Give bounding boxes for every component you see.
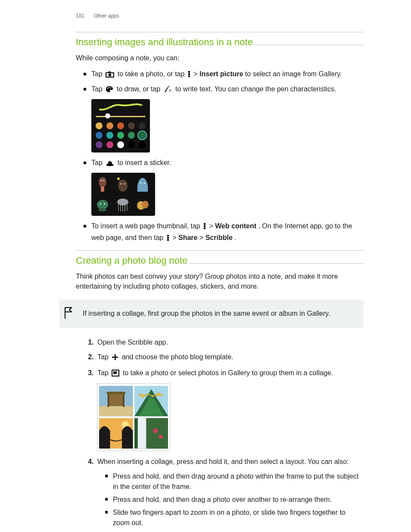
list-item: Tap to insert a sticker. [91, 158, 364, 216]
section-name: Other apps [93, 13, 119, 19]
menu-path-share: Share [178, 234, 197, 241]
svg-point-2 [109, 74, 111, 76]
svg-rect-42 [112, 357, 118, 358]
sticker-thumb [95, 196, 110, 212]
svg-point-59 [153, 428, 158, 433]
color-swatch [117, 141, 124, 148]
svg-rect-35 [204, 225, 206, 227]
dotted-fill [255, 45, 364, 45]
svg-rect-47 [99, 406, 133, 416]
svg-point-18 [120, 184, 121, 185]
svg-rect-4 [188, 71, 190, 73]
svg-rect-50 [108, 394, 109, 407]
svg-point-23 [100, 203, 101, 205]
bullet-list: Tap to take a photo, or tap > Insert pic… [76, 69, 364, 244]
step-item: Open the Scribble app. [96, 337, 364, 348]
svg-rect-39 [167, 239, 169, 241]
svg-point-8 [109, 87, 110, 88]
brush-size-slider [95, 113, 146, 119]
color-swatch [128, 132, 135, 139]
ordered-steps: Open the Scribble app. Tap and choose th… [76, 337, 364, 532]
svg-rect-57 [137, 418, 146, 448]
flag-icon [63, 306, 75, 321]
svg-rect-34 [204, 223, 206, 225]
svg-point-60 [158, 435, 162, 439]
svg-point-12 [99, 177, 106, 187]
collage-thumb [99, 386, 133, 417]
svg-rect-3 [108, 72, 111, 73]
sticker-thumb [95, 176, 110, 193]
sub-bullet-list: Press and hold, and then drag around a p… [97, 471, 364, 532]
callout-text: If inserting a collage, first group the … [83, 310, 356, 317]
svg-point-14 [101, 180, 102, 181]
collage-thumb [99, 418, 133, 449]
camera-icon [106, 70, 114, 81]
svg-rect-38 [167, 237, 169, 239]
color-swatch [139, 132, 146, 139]
svg-point-26 [117, 199, 128, 205]
list-item: Tap another layout to change the current… [113, 531, 364, 532]
more-vert-icon [167, 234, 169, 244]
menu-path-web-content: Web content [215, 222, 256, 230]
divider [76, 250, 364, 251]
sticker-thumb [115, 196, 131, 212]
more-vert-icon [188, 70, 190, 81]
plus-icon [112, 353, 118, 364]
sticker-thumb [115, 176, 131, 193]
section-title: Inserting images and illustrations in a … [76, 37, 255, 48]
divider [76, 32, 364, 32]
svg-point-21 [144, 183, 145, 184]
svg-point-17 [118, 180, 128, 192]
color-swatch [128, 141, 135, 148]
step-item: Tap to take a photo or select photos in … [96, 368, 364, 451]
section-title: Creating a photo blog note [76, 255, 190, 266]
svg-rect-37 [167, 235, 169, 236]
color-swatch [106, 141, 113, 148]
paint-palette-icon [106, 85, 113, 96]
svg-rect-5 [188, 73, 190, 75]
list-item: Tap to draw, or tap A to write text. You… [91, 84, 364, 152]
color-swatch [106, 122, 113, 129]
list-item: Slide two fingers apart to zoom in on a … [113, 507, 364, 528]
svg-point-19 [124, 184, 125, 185]
svg-rect-58 [147, 418, 168, 448]
section-heading: Inserting images and illustrations in a … [76, 37, 364, 48]
svg-point-25 [98, 208, 107, 212]
brush-stroke [95, 103, 146, 112]
page-number: 181 [76, 13, 84, 19]
pen-text-icon: A [164, 85, 172, 96]
sticker-thumb [135, 196, 150, 212]
color-swatch [117, 132, 124, 139]
color-swatch [139, 122, 146, 129]
photo-frame-icon [112, 369, 119, 380]
menu-path-scribble: Scribble [206, 234, 233, 241]
svg-point-20 [140, 183, 142, 184]
more-vert-icon [203, 222, 206, 233]
color-swatch [106, 132, 113, 139]
step-item: Tap and choose the photo blog template. [96, 352, 364, 364]
sticker-grid-illustration [91, 173, 155, 216]
collage-thumb [134, 418, 168, 449]
intro-text: While composing a note, you can: [76, 53, 364, 63]
color-swatch [96, 132, 103, 139]
page-header: 181 Other apps [76, 13, 364, 19]
svg-rect-13 [101, 187, 104, 192]
svg-point-7 [107, 88, 109, 89]
dotted-fill [190, 263, 364, 264]
page: 181 Other apps Inserting images and illu… [0, 0, 411, 532]
svg-point-15 [103, 180, 105, 181]
color-swatch [96, 122, 103, 129]
svg-text:A: A [169, 88, 171, 93]
sticker-thumb [135, 176, 150, 193]
svg-rect-45 [113, 371, 117, 374]
step-item: When inserting a collage, press and hold… [96, 457, 364, 532]
color-swatch [128, 122, 135, 129]
svg-point-24 [104, 203, 105, 205]
svg-rect-51 [123, 394, 125, 407]
list-item: Press and hold, and then drag a photo ov… [113, 495, 364, 505]
list-item: Tap to take a photo, or tap > Insert pic… [91, 69, 364, 81]
pen-palette-illustration [91, 99, 150, 152]
color-swatch [139, 141, 146, 148]
color-swatch [96, 141, 103, 148]
section-heading: Creating a photo blog note [76, 255, 364, 266]
